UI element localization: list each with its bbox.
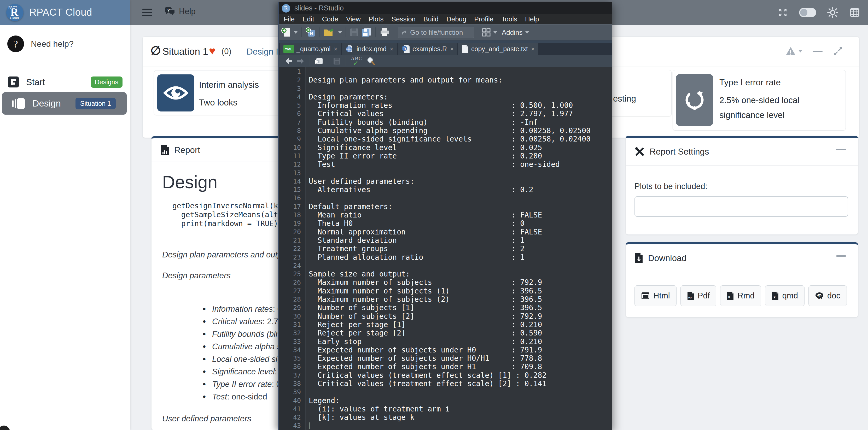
report-file-chart-icon [160,145,169,156]
help-chat-icon: ? [164,6,175,17]
hamburger-menu-icon[interactable] [142,7,152,17]
editor-tab-examples.R[interactable]: Rexamples.R× [398,43,457,55]
designs-badge: Designs [91,76,123,88]
open-file-icon[interactable] [323,27,336,37]
rstudio-menu-profile[interactable]: Profile [470,15,498,23]
rstudio-editor[interactable]: 1 2 3 4 5 6 7 8 9 10 11 12 13 14 15 16 1… [279,67,612,430]
report-settings-header: Report Settings [626,138,858,166]
rstudio-menu-plots[interactable]: Plots [365,15,388,23]
new-file-dropdown-icon[interactable] [294,31,298,34]
tab-label: _quarto.yml [297,45,331,53]
rstudio-window: R slides - RStudio FileEditCodeViewPlots… [278,2,612,430]
bottom-floating-button[interactable] [0,426,10,430]
svg-text:R: R [818,294,822,300]
r-script-file-icon: R [401,45,410,53]
tab-label: examples.R [412,45,447,53]
plots-included-input[interactable] [634,196,848,217]
download-rmd-button[interactable]: ‹›Rmd [720,285,761,306]
yml-file-icon: YML [283,45,294,53]
rstudio-menu-session[interactable]: Session [388,15,420,23]
editor-code-text: Design plan parameters and output for me… [306,67,591,430]
save-source-icon-disabled[interactable] [333,57,341,65]
svg-text:‹›: ‹› [728,295,730,299]
card-title: Interim analysis [199,80,259,90]
apps-grid-icon[interactable] [849,7,860,18]
download-doc-button[interactable]: Rdoc [808,285,847,306]
panes-dropdown-icon[interactable] [493,31,497,34]
rstudio-titlebar[interactable]: R slides - RStudio [279,2,612,14]
sidebar-item-design-label: Design [32,98,61,109]
rstudio-menu-debug[interactable]: Debug [442,15,470,23]
forward-icon[interactable] [297,58,304,65]
rstudio-toolbar: R [279,24,612,40]
rstudio-menu-file[interactable]: File [280,15,299,23]
text-file-icon [462,45,469,53]
goto-placeholder: Go to file/function [410,29,463,37]
rstudio-menu-view[interactable]: View [342,15,365,23]
goto-file-function-input[interactable]: Go to file/function [398,27,474,38]
save-icon-disabled[interactable] [350,28,359,37]
sun-settings-icon[interactable] [827,7,838,18]
expand-panel-icon[interactable] [833,46,843,56]
need-help-link[interactable]: ? Need help? [7,35,74,52]
tab-close-icon[interactable]: × [334,45,338,53]
rstudio-menu-help[interactable]: Help [521,15,543,23]
print-icon[interactable] [379,28,390,37]
r-logo-doc-icon: R [815,292,824,300]
sidebar-item-design[interactable]: Design Situation 1 [2,92,127,114]
warnings-dropdown[interactable] [785,46,802,56]
tab-close-icon[interactable]: × [531,45,535,53]
download-qmd-button[interactable]: ♥qmd [765,285,805,306]
spellcheck-icon[interactable]: ABC ✓ [351,56,363,66]
editor-tab-index.qmd[interactable]: index.qmd× [342,43,397,55]
new-file-icon[interactable] [281,27,291,38]
rstudio-menu-edit[interactable]: Edit [299,15,318,23]
rstudio-menu-build[interactable]: Build [420,15,442,23]
help-label: Help [179,7,196,16]
fullscreen-arrows-icon[interactable] [778,7,788,18]
tab-close-icon[interactable]: × [450,45,454,53]
report-paragraph: Design parameters [162,271,231,280]
workspace-panes-icon[interactable] [482,28,491,37]
alpha-target-icon [676,74,713,126]
show-in-new-window-icon[interactable] [314,57,323,65]
open-file-dropdown-icon[interactable] [338,31,342,34]
sidebar-item-start[interactable]: Start Designs [7,74,123,90]
rstudio-menu-code[interactable]: Code [318,15,342,23]
editor-line-numbers: 1 2 3 4 5 6 7 8 9 10 11 12 13 14 15 16 1… [279,67,306,430]
report-code-block: getDesignInverseNormal(kMax getSampleSiz… [173,202,291,228]
sidebar-divider [3,62,127,62]
sidebar-item-start-label: Start [26,77,45,87]
download-html-button[interactable]: Html [634,285,677,306]
chevron-down-icon [799,50,802,53]
start-flag-icon [7,76,19,88]
download-file-icon [634,253,643,264]
back-icon[interactable] [285,58,293,65]
minimize-panel-icon[interactable] [836,255,846,257]
type-one-error-card[interactable]: Type I error rate 2.5% one-sided local s… [673,70,846,131]
minimize-panel-icon[interactable] [836,149,846,150]
quarto-file-icon [346,45,354,53]
new-project-icon[interactable]: R [305,27,316,38]
theme-toggle[interactable] [799,8,816,17]
editor-tab-copy_and_paste.txt[interactable]: copy_and_paste.txt× [458,43,538,55]
card-text-fragment: esting [613,94,636,104]
card-subtitle: Two looks [199,98,238,107]
addins-menu[interactable]: Addins [502,29,529,37]
rstudio-logo-icon: R [282,4,290,12]
rstudio-source-toolbar: ABC ✓ [279,55,612,67]
rstudio-accent-strip [279,40,612,43]
situation-title: Situation 1 [162,46,208,57]
minimize-panel-icon[interactable] [813,51,823,52]
report-paragraph: User defined parameters [162,414,251,424]
rstudio-menu-tools[interactable]: Tools [497,15,521,23]
download-pdf-button[interactable]: PDFPdf [680,285,716,306]
tab-label: copy_and_paste.txt [471,45,528,53]
find-replace-icon[interactable] [367,57,375,66]
download-panel: Download HtmlPDFPdf‹›Rmd♥qmdRdoc [626,242,858,318]
heart-icon[interactable]: ♥ [209,45,216,57]
tab-close-icon[interactable]: × [390,45,393,53]
help-button[interactable]: ? Help [164,6,196,17]
save-all-icon[interactable] [361,28,372,37]
editor-tab-_quarto.yml[interactable]: YML_quarto.yml× [280,43,341,55]
